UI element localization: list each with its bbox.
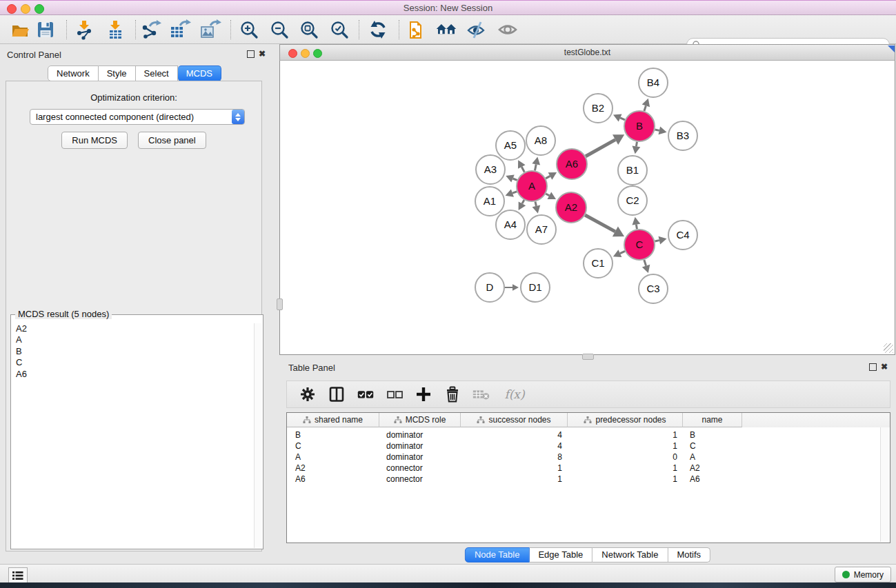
tab-edge-table[interactable]: Edge Table [529,547,593,562]
edge-B-B1[interactable] [632,142,640,154]
table-cell[interactable]: 8 [461,452,562,463]
table-cell[interactable]: A6 [295,474,306,485]
export-image-button[interactable] [199,19,221,40]
table-cell[interactable]: dominator [386,440,423,452]
column-header-predecessor-nodes[interactable]: predecessor nodes [568,413,683,427]
node-C2[interactable]: C2 [618,186,647,215]
delete-table-button[interactable] [472,385,491,404]
node-A[interactable]: A [517,171,547,201]
edge-C-C1[interactable] [613,250,625,257]
tab-network-table[interactable]: Network Table [593,547,668,562]
run-mcds-button[interactable]: Run MCDS [61,132,128,149]
memory-button[interactable]: Memory [835,567,891,582]
show-columns-button[interactable] [327,385,346,404]
save-session-button[interactable] [34,19,57,40]
table-cell[interactable]: A2 [295,463,306,474]
float-panel-icon[interactable] [247,50,255,58]
node-table[interactable]: shared nameMCDS rolesuccessor nodesprede… [286,412,890,543]
zoom-in-button[interactable] [238,19,260,40]
close-panel-button[interactable]: Close panel [138,132,206,149]
open-file-button[interactable] [9,19,31,40]
tab-node-table[interactable]: Node Table [465,547,530,562]
close-table-panel-icon[interactable]: ✖ [881,363,888,371]
table-cell[interactable]: dominator [386,429,423,440]
tab-mcds[interactable]: MCDS [178,65,221,81]
add-column-button[interactable] [414,385,433,404]
node-C4[interactable]: C4 [668,221,697,250]
network-window-titlebar[interactable]: testGlobe.txt [279,44,895,61]
edge-A-A1[interactable] [506,189,517,196]
float-table-panel-icon[interactable] [869,363,877,371]
result-item[interactable]: C [16,357,254,368]
criterion-dropdown[interactable]: largest connected component (directed) [30,109,245,125]
edge-B-B4[interactable] [642,99,650,111]
window-titlebar[interactable]: Session: New Session [0,0,896,15]
table-cell[interactable]: 1 [461,474,562,485]
zoom-fit-button[interactable] [298,19,320,40]
node-C[interactable]: C [624,230,655,260]
table-cell[interactable]: A [295,452,301,463]
zoom-out-button[interactable] [268,19,290,40]
node-A3[interactable]: A3 [476,155,505,184]
home-button[interactable] [435,19,457,40]
table-cell[interactable]: 1 [461,463,562,474]
node-A2[interactable]: A2 [556,192,586,223]
task-history-button[interactable] [8,567,28,583]
node-B2[interactable]: B2 [584,94,613,123]
tab-select[interactable]: Select [136,65,178,81]
mcds-result-list[interactable]: A2ABCA6 [12,323,254,547]
node-A4[interactable]: A4 [496,210,525,239]
node-B1[interactable]: B1 [618,156,647,185]
tab-style[interactable]: Style [99,65,136,81]
tab-network[interactable]: Network [48,65,99,81]
table-cell[interactable]: 4 [461,429,562,440]
table-cell[interactable]: A [690,452,695,463]
edge-A6-B[interactable] [586,134,624,156]
node-C3[interactable]: C3 [639,274,668,303]
table-cell[interactable]: A2 [690,463,700,474]
export-table-button[interactable] [169,19,191,40]
result-item[interactable]: B [16,346,254,357]
table-cell[interactable]: dominator [386,452,423,463]
edge-B-B3[interactable] [655,127,666,135]
network-graph[interactable]: B4B2BB3B1A5A8A6A3AA1C2A2A4A7C4CC1C3DD1 [280,61,895,354]
table-cell[interactable]: connector [386,463,423,474]
network-from-file-button[interactable] [407,19,429,40]
column-header-name[interactable]: name [683,413,742,427]
edge-C-C2[interactable] [632,217,640,230]
result-item[interactable]: A6 [16,369,254,380]
table-cell[interactable]: B [295,429,301,440]
table-scrollbar[interactable] [880,427,889,542]
edge-D-D1[interactable] [505,284,519,291]
column-header-shared-name[interactable]: shared name [287,413,379,427]
node-C1[interactable]: C1 [584,249,613,278]
node-A5[interactable]: A5 [496,131,525,160]
table-cell[interactable]: A6 [690,474,700,485]
table-settings-button[interactable] [298,385,317,404]
table-cell[interactable]: B [690,429,695,440]
import-network-button[interactable] [73,19,95,40]
node-B3[interactable]: B3 [668,121,697,150]
apply-layout-button[interactable] [367,19,389,40]
edge-A-A7[interactable] [532,201,541,213]
edge-A-A2[interactable] [546,192,556,200]
network-canvas[interactable]: B4B2BB3B1A5A8A6A3AA1C2A2A4A7C4CC1C3DD1 [279,61,895,355]
table-cell[interactable]: connector [386,474,423,485]
vertical-divider-handle[interactable] [277,298,283,310]
column-header-MCDS-role[interactable]: MCDS role [379,413,461,427]
edge-C-C4[interactable] [655,236,666,245]
unselect-all-rows-button[interactable] [385,385,404,404]
node-A1[interactable]: A1 [475,187,504,216]
edge-A-A5[interactable] [518,160,526,172]
edge-C-C3[interactable] [642,260,650,273]
result-item[interactable]: A [16,334,254,345]
table-cell[interactable]: 1 [568,440,677,452]
table-cell[interactable]: 1 [568,463,677,474]
result-list-scrollbar[interactable] [254,323,262,548]
result-item[interactable]: A2 [16,323,254,334]
node-B4[interactable]: B4 [639,68,668,97]
node-A7[interactable]: A7 [527,215,556,244]
export-network-button[interactable] [140,19,162,40]
import-table-button[interactable] [104,19,126,40]
node-D1[interactable]: D1 [521,273,550,302]
